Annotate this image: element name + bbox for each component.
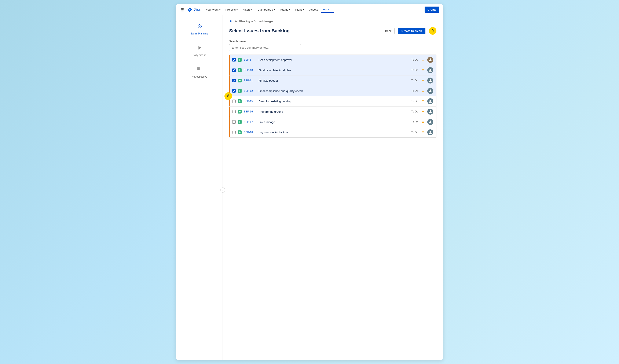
svg-rect-4 [182,9,183,10]
issue-summary: Final compliance and quality check [258,89,406,93]
nav-plans[interactable]: Plans ▾ [293,7,307,13]
nav-teams[interactable]: Teams ▾ [278,7,292,13]
nav-projects[interactable]: Projects ▾ [223,7,240,13]
issue-checkbox[interactable] [232,131,236,134]
issue-key: SSP-16 [244,110,256,113]
svg-point-13 [199,67,200,68]
issue-menu-icon[interactable]: ≡ [422,79,424,82]
page-title: Select Issues from Backlog [229,28,379,34]
svg-rect-7 [182,11,183,11]
svg-point-15 [198,68,199,69]
issue-status: To Do [408,58,418,61]
breadcrumb: Planning in Scrum Manager [229,19,436,23]
nav-assets[interactable]: Assets [307,7,320,13]
back-button[interactable]: Back [382,28,394,34]
issue-checkbox[interactable] [232,68,236,72]
sidebar-item-daily-scrum[interactable]: Daily Scrum [181,43,218,58]
issues-list: SSP-6 Get development approval To Do ≡ S… [229,54,436,138]
issue-summary: Finalize budget [258,79,406,82]
avatar [427,67,433,73]
issue-key: SSP-11 [244,79,256,82]
app-window: Jira Your work ▾ Projects ▾ Filters ▾ Da… [176,4,443,360]
svg-rect-1 [182,8,183,9]
issue-type-icon [238,99,242,103]
svg-rect-23 [235,21,237,22]
issue-summary: Get development approval [258,58,406,62]
nav-filters[interactable]: Filters ▾ [240,7,254,13]
sidebar-item-sprint-planning[interactable]: Sprint Planning [181,22,218,37]
issue-checkbox[interactable] [232,79,236,82]
issue-type-icon [238,89,242,93]
svg-rect-0 [181,8,182,9]
issue-checkbox[interactable] [232,120,236,124]
nav-apps[interactable]: Apps ▾ [321,7,334,13]
sprint-icon [197,23,202,30]
sidebar: Sprint Planning Daily Scrum [176,15,223,360]
grid-menu-icon[interactable] [180,7,185,13]
issue-checkbox[interactable] [232,110,236,113]
issue-menu-icon[interactable]: ≡ [422,89,424,93]
chevron-down-icon: ▾ [330,8,332,11]
svg-point-19 [199,69,200,70]
issue-summary: Finalize architectural plan [258,69,406,72]
issue-menu-icon[interactable]: ≡ [422,120,424,124]
avatar [427,78,433,83]
svg-rect-3 [181,9,182,10]
svg-point-31 [430,121,431,122]
svg-point-28 [430,89,431,91]
main-layout: Sprint Planning Daily Scrum [176,15,443,360]
nav-dashboards[interactable]: Dashboards ▾ [255,7,277,13]
jira-logo[interactable]: Jira [187,7,200,12]
svg-point-32 [430,131,431,132]
sidebar-collapse-button[interactable]: ‹ [220,188,225,193]
table-row: SSP-6 Get development approval To Do ≡ [229,55,436,65]
issues-container: 8 SSP-6 Get development approval To Do ≡… [229,54,436,138]
issue-menu-icon[interactable]: ≡ [422,99,424,103]
issue-checkbox[interactable] [232,58,236,62]
table-row: SSP-18 Lay new electricity lines To Do ≡ [229,127,436,137]
sidebar-item-retrospective[interactable]: Retrospective [181,65,218,80]
main-content: Planning in Scrum Manager Select Issues … [223,15,443,360]
issue-menu-icon[interactable]: ≡ [422,130,424,134]
svg-rect-22 [235,21,237,21]
issue-status: To Do [408,131,418,134]
avatar [427,88,433,94]
svg-point-12 [198,67,199,68]
chevron-down-icon: ▾ [237,8,238,11]
issue-menu-icon[interactable]: ≡ [422,68,424,72]
issue-type-icon [238,68,242,72]
create-button[interactable]: Create [425,7,439,13]
issue-checkbox[interactable] [232,100,236,103]
svg-point-18 [198,69,199,70]
table-row: SSP-17 Lay drainage To Do ≡ [229,117,436,127]
svg-point-11 [197,67,198,68]
table-row: SSP-12 Final compliance and quality chec… [229,86,436,96]
table-row: SSP-16 Prepare the ground To Do ≡ [229,107,436,117]
issue-key: SSP-18 [244,131,256,134]
issue-type-icon [238,130,242,134]
svg-marker-10 [198,46,201,50]
nav-your-work[interactable]: Your work ▾ [204,7,223,13]
avatar [427,98,433,104]
issue-checkbox[interactable] [232,89,236,93]
breadcrumb-text: Planning in Scrum Manager [239,20,273,23]
issue-menu-icon[interactable]: ≡ [422,58,424,62]
issue-key: SSP-10 [244,69,256,72]
logo-text: Jira [194,7,200,12]
svg-rect-21 [235,20,236,21]
svg-point-26 [430,69,431,70]
svg-point-30 [430,110,431,112]
svg-rect-5 [183,9,184,10]
issue-status: To Do [408,110,418,113]
svg-point-25 [430,58,431,60]
issue-status: To Do [408,79,418,82]
issue-type-icon [238,58,242,62]
create-session-button[interactable]: Create Session [398,28,425,34]
issue-status: To Do [408,121,418,123]
issue-summary: Demolish existing building [258,100,406,103]
chevron-down-icon: ▾ [289,8,290,11]
step-8-badge: 8 [225,92,232,100]
svg-point-27 [430,79,431,81]
issue-menu-icon[interactable]: ≡ [422,110,424,113]
search-input[interactable] [229,44,301,51]
